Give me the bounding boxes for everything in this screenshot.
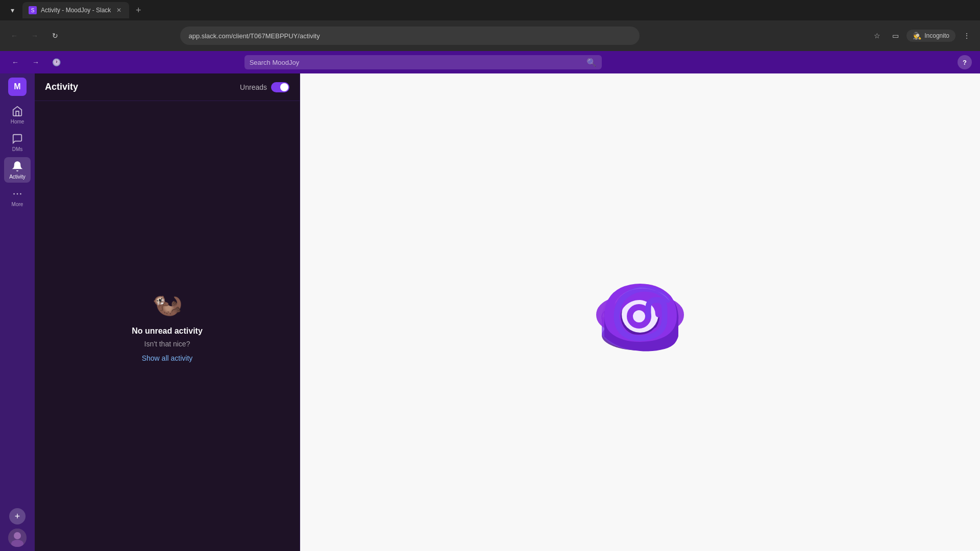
- slack-body: M Home DMs: [0, 73, 980, 551]
- activity-panel: Activity Unreads 🦦 No unread activity Is…: [35, 73, 300, 551]
- empty-emoji: 🦦: [152, 290, 183, 318]
- activity-empty-state: 🦦 No unread activity Isn't that nice? Sh…: [35, 101, 300, 551]
- toggle-switch[interactable]: [271, 82, 289, 92]
- sidebar-icons: M Home DMs: [0, 73, 35, 551]
- slack-header: ← → 🕐 Search MoodJoy 🔍 ?: [0, 51, 980, 73]
- unreads-toggle[interactable]: Unreads: [240, 82, 289, 92]
- search-icon: 🔍: [586, 58, 597, 67]
- unreads-label: Unreads: [240, 83, 267, 91]
- tab-title: Activity - MoodJoy - Slack: [41, 7, 111, 14]
- activity-label: Activity: [9, 174, 26, 180]
- address-bar[interactable]: app.slack.com/client/T067MEBPPUY/activit…: [180, 27, 640, 45]
- tab-list-btn[interactable]: ▾: [4, 2, 20, 18]
- nav-bar: ← → ↻ app.slack.com/client/T067MEBPPUY/a…: [0, 20, 980, 51]
- activity-icon: [11, 160, 23, 172]
- search-bar[interactable]: Search MoodJoy 🔍: [244, 55, 602, 69]
- active-tab[interactable]: S Activity - MoodJoy - Slack ✕: [22, 2, 129, 18]
- sidebar-bottom: +: [8, 508, 27, 547]
- activity-title: Activity: [45, 82, 78, 92]
- tab-favicon: S: [29, 6, 37, 14]
- incognito-badge[interactable]: 🕵 Incognito: [906, 30, 955, 42]
- sidebar-item-more[interactable]: More: [4, 185, 31, 210]
- dms-label: DMs: [12, 146, 23, 152]
- search-placeholder: Search MoodJoy: [250, 59, 582, 66]
- user-avatar[interactable]: [8, 529, 27, 547]
- more-label: More: [12, 202, 23, 207]
- slack-forward-btn[interactable]: →: [29, 55, 43, 69]
- home-icon: [11, 105, 23, 117]
- svg-point-4: [14, 532, 21, 539]
- reload-btn[interactable]: ↻: [47, 28, 63, 44]
- workspace-avatar[interactable]: M: [8, 78, 27, 96]
- dms-icon: [11, 133, 23, 145]
- toggle-knob: [280, 83, 288, 91]
- slack-logo: [589, 261, 691, 363]
- sidebar-btn[interactable]: ▭: [888, 29, 902, 43]
- sidebar-item-home[interactable]: Home: [4, 102, 31, 128]
- activity-header: Activity Unreads: [35, 73, 300, 101]
- slack-history-btn[interactable]: 🕐: [49, 55, 63, 69]
- show-all-activity-link[interactable]: Show all activity: [142, 354, 193, 362]
- slack-app: ← → 🕐 Search MoodJoy 🔍 ? M Home: [0, 51, 980, 551]
- svg-point-2: [20, 193, 21, 195]
- new-tab-btn[interactable]: +: [131, 3, 145, 17]
- main-content: [300, 73, 980, 551]
- add-workspace-btn[interactable]: +: [9, 508, 26, 524]
- svg-point-1: [17, 193, 18, 195]
- help-btn[interactable]: ?: [958, 55, 972, 69]
- forward-btn[interactable]: →: [27, 28, 43, 44]
- tab-close-btn[interactable]: ✕: [115, 6, 123, 14]
- bookmark-btn[interactable]: ☆: [870, 29, 884, 43]
- slack-back-btn[interactable]: ←: [8, 55, 22, 69]
- url-text: app.slack.com/client/T067MEBPPUY/activit…: [188, 32, 320, 40]
- home-label: Home: [11, 119, 24, 124]
- incognito-label: Incognito: [924, 32, 949, 39]
- sidebar-item-activity[interactable]: Activity: [4, 157, 31, 183]
- back-btn[interactable]: ←: [6, 28, 22, 44]
- sidebar-item-dms[interactable]: DMs: [4, 130, 31, 155]
- tab-bar: ▾ S Activity - MoodJoy - Slack ✕ +: [0, 0, 980, 20]
- svg-point-0: [13, 193, 15, 195]
- more-icon: [11, 188, 23, 200]
- menu-btn[interactable]: ⋮: [960, 29, 974, 43]
- empty-subtitle: Isn't that nice?: [144, 340, 190, 348]
- nav-right: ☆ ▭ 🕵 Incognito ⋮: [870, 29, 974, 43]
- empty-title: No unread activity: [132, 327, 203, 336]
